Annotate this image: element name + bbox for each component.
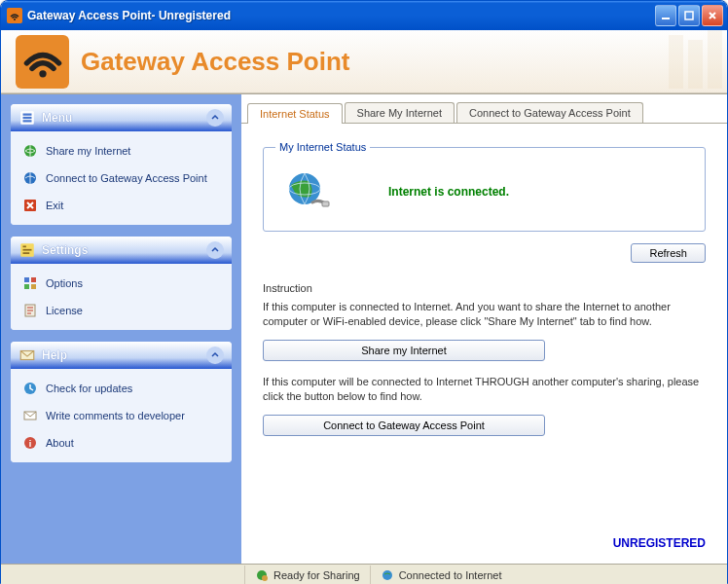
sidebar: Menu Share my Internet (1, 94, 241, 564)
svg-rect-4 (669, 35, 683, 89)
sidebar-item-license[interactable]: License (11, 297, 232, 324)
menu-title: Menu (42, 111, 206, 125)
sidebar-item-label: About (46, 437, 74, 449)
connected-icon (381, 568, 394, 582)
svg-rect-19 (31, 277, 36, 282)
menu-icon (18, 109, 36, 127)
settings-panel-header[interactable]: Settings (11, 237, 232, 264)
about-icon: i (22, 435, 38, 451)
sidebar-item-options[interactable]: Options (11, 270, 232, 297)
svg-rect-5 (688, 40, 703, 89)
status-ready-text: Ready for Sharing (273, 569, 360, 581)
tabs: Internet Status Share My Internet Connec… (241, 100, 727, 124)
app-title: Gateway Access Point (81, 47, 350, 77)
svg-point-0 (14, 18, 16, 20)
svg-rect-21 (31, 284, 36, 289)
sidebar-item-label: Share my Internet (46, 145, 130, 157)
status-legend: My Internet Status (275, 141, 370, 153)
instruction-heading: Instruction (263, 282, 706, 294)
status-ready-cell: Ready for Sharing (244, 566, 370, 585)
globe-icon (285, 169, 330, 214)
ready-icon (255, 568, 269, 582)
sidebar-item-label: Exit (46, 200, 63, 211)
settings-title: Settings (42, 243, 206, 257)
collapse-button[interactable] (206, 347, 224, 364)
close-button[interactable] (702, 5, 723, 26)
license-icon (22, 303, 38, 318)
sidebar-item-comments[interactable]: Write comments to developer (11, 402, 232, 429)
window-title: Gateway Access Point- Unregistered (27, 9, 653, 22)
status-connected-cell: Connected to Internet (370, 566, 512, 585)
help-panel: Help Check for updates (11, 342, 232, 462)
sidebar-item-label: Connect to Gateway Access Point (46, 172, 207, 184)
envelope-icon (22, 408, 38, 423)
app-icon (7, 8, 22, 23)
sidebar-item-exit[interactable]: Exit (11, 192, 232, 219)
svg-point-32 (262, 575, 268, 581)
collapse-button[interactable] (206, 241, 224, 259)
menu-panel-header[interactable]: Menu (11, 104, 232, 131)
exit-icon (22, 198, 38, 213)
settings-panel: Settings Options (11, 237, 232, 330)
connect-gap-button[interactable]: Connect to Gateway Access Point (263, 415, 545, 436)
content-area: Internet Status Share My Internet Connec… (241, 94, 727, 564)
svg-rect-2 (685, 12, 693, 19)
unregistered-label: UNREGISTERED (613, 536, 706, 550)
svg-rect-6 (708, 30, 722, 89)
help-title: Help (42, 348, 206, 362)
app-window: Gateway Access Point- Unregistered Gatew… (0, 0, 728, 584)
sidebar-item-label: Check for updates (46, 383, 132, 394)
tab-connect-gap[interactable]: Connect to Gateway Access Point (456, 102, 643, 123)
svg-rect-10 (23, 120, 32, 122)
sidebar-item-share-internet[interactable]: Share my Internet (11, 137, 232, 164)
share-internet-button[interactable]: Share my Internet (263, 340, 545, 361)
tab-share-internet[interactable]: Share My Internet (345, 102, 455, 123)
svg-rect-20 (24, 284, 29, 289)
svg-rect-15 (23, 246, 26, 248)
statusbar: Ready for Sharing Connected to Internet (1, 564, 727, 584)
mail-icon (18, 347, 36, 364)
sidebar-item-label: License (46, 305, 83, 316)
titlebar[interactable]: Gateway Access Point- Unregistered (1, 1, 727, 30)
svg-rect-16 (23, 249, 32, 251)
svg-point-33 (382, 570, 392, 580)
header: Gateway Access Point (1, 30, 727, 93)
svg-text:i: i (29, 439, 32, 449)
svg-rect-1 (662, 18, 670, 19)
sidebar-item-about[interactable]: i About (11, 429, 232, 456)
instruction-text-2: If this computer will be connected to In… (263, 375, 706, 405)
menu-panel: Menu Share my Internet (11, 104, 232, 225)
updates-icon (22, 381, 38, 396)
svg-rect-30 (322, 201, 329, 206)
refresh-button[interactable]: Refresh (631, 243, 706, 263)
settings-icon (18, 241, 36, 259)
maximize-button[interactable] (678, 5, 700, 26)
svg-rect-17 (23, 252, 30, 254)
sidebar-item-label: Options (46, 277, 83, 289)
header-decoration (571, 30, 727, 93)
svg-point-3 (39, 70, 46, 77)
help-panel-header[interactable]: Help (11, 342, 232, 369)
tab-internet-status[interactable]: Internet Status (247, 103, 343, 124)
status-connected-text: Connected to Internet (399, 569, 502, 581)
status-fieldset: My Internet Status (263, 141, 706, 232)
globe-connect-icon (22, 170, 38, 186)
collapse-button[interactable] (206, 109, 224, 127)
svg-rect-9 (23, 117, 32, 119)
sidebar-item-label: Write comments to developer (46, 410, 185, 421)
svg-rect-18 (24, 277, 29, 282)
svg-rect-8 (23, 114, 32, 116)
status-text: Internet is connected. (388, 185, 509, 199)
globe-share-icon (22, 143, 38, 159)
instruction-text-1: If this computer is connected to Interne… (263, 300, 706, 330)
options-icon (22, 275, 38, 291)
sidebar-item-updates[interactable]: Check for updates (11, 375, 232, 402)
app-logo-icon (16, 35, 69, 89)
minimize-button[interactable] (655, 5, 676, 26)
sidebar-item-connect-gap[interactable]: Connect to Gateway Access Point (11, 164, 232, 192)
